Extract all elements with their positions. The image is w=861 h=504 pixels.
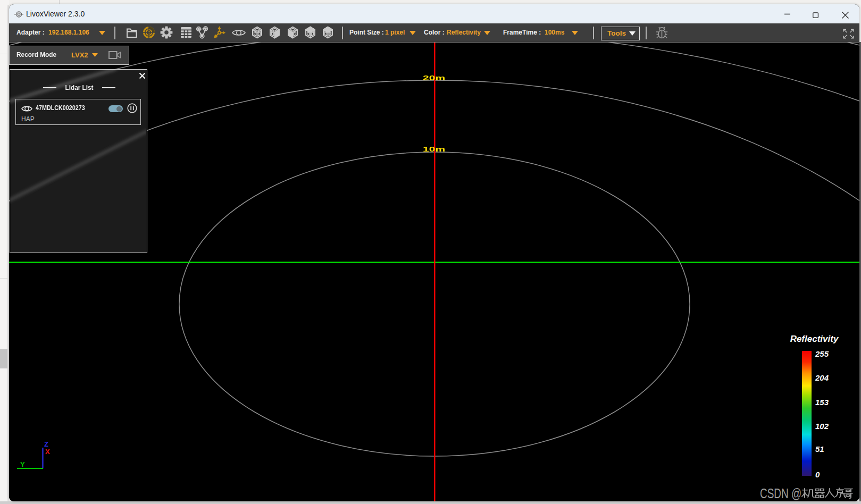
- svg-text:CSDN @: CSDN @: [760, 485, 801, 501]
- svg-text:Z: Z: [44, 440, 48, 448]
- svg-text:X: X: [45, 448, 50, 456]
- svg-text:Y: Y: [20, 460, 25, 468]
